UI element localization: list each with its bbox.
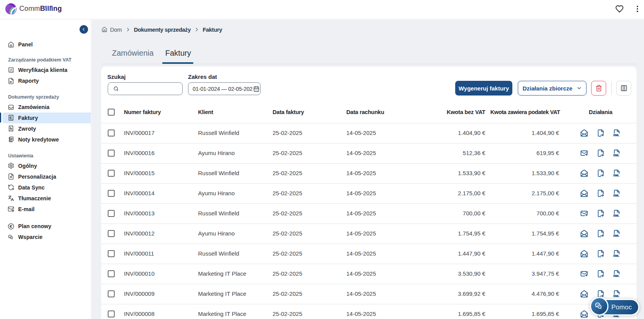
svg-text:XML: XML [613, 254, 619, 258]
svg-text:XML: XML [613, 294, 619, 298]
svg-text:XML: XML [613, 214, 619, 217]
svg-text:XML: XML [613, 154, 619, 157]
svg-text:XML: XML [613, 234, 619, 237]
svg-text:XML: XML [613, 133, 619, 137]
svg-text:XML: XML [613, 194, 619, 197]
svg-text:XML: XML [613, 174, 619, 177]
svg-text:XML: XML [613, 274, 619, 278]
